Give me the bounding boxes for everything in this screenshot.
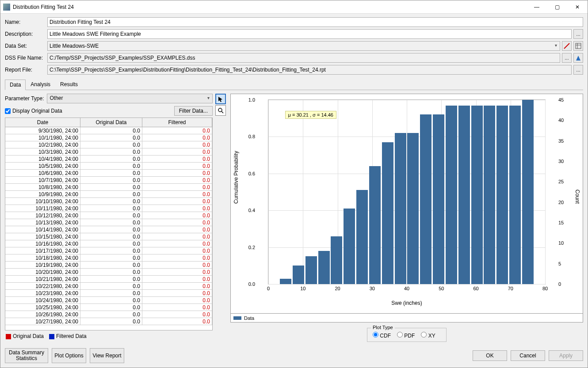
grid-header: Date Original Data Filtered [5,118,212,127]
legend-filtered: Filtered Data [49,333,87,339]
table-row[interactable]: 10/23/1980, 24:000.00.0 [5,290,212,297]
chart-legend: Data [230,314,583,322]
y2-axis-label: Count [574,190,580,204]
app-icon [3,4,10,11]
table-row[interactable]: 10/9/1980, 24:000.00.0 [5,191,212,198]
display-original-label: Display Original Data [12,108,62,114]
filter-data-button[interactable]: Filter Data... [174,106,213,116]
parameter-type-label: Parameter Type: [5,95,44,102]
dssfile-browse-button[interactable]: … [562,53,572,63]
right-panel: Cumulative Probability Count Swe (inches… [230,94,583,342]
chart[interactable]: Cumulative Probability Count Swe (inches… [230,94,583,314]
table-row[interactable]: 10/16/1980, 24:000.00.0 [5,240,212,247]
table-row[interactable]: 10/2/1980, 24:000.00.0 [5,141,212,148]
radio-cdf[interactable]: CDF [373,332,391,339]
plot-type-group: Plot Type CDF PDF XY [367,328,447,342]
table-row[interactable]: 10/27/1980, 24:000.00.0 [5,318,212,325]
table-row[interactable]: 10/19/1980, 24:000.00.0 [5,262,212,269]
dataset-combo[interactable]: Little Meadows-SWE [47,41,560,51]
y-axis-label: Cumulative Probability [233,151,239,204]
tabs: Data Analysis Results [5,79,583,90]
table-row[interactable]: 10/21/1980, 24:000.00.0 [5,276,212,283]
tab-data[interactable]: Data [5,80,26,90]
maximize-button[interactable]: ▢ [547,0,567,14]
table-row[interactable]: 10/10/1980, 24:000.00.0 [5,198,212,205]
svg-line-4 [221,111,223,113]
table-row[interactable]: 10/22/1980, 24:000.00.0 [5,283,212,290]
table-row[interactable]: 10/13/1980, 24:000.00.0 [5,219,212,226]
table-row[interactable]: 10/11/1980, 24:000.00.0 [5,205,212,212]
zoom-tool[interactable] [215,105,226,116]
ok-button[interactable]: OK [473,350,507,361]
description-ellipsis-button[interactable]: … [573,29,583,39]
table-row[interactable]: 10/12/1980, 24:000.00.0 [5,212,212,219]
radio-pdf[interactable]: PDF [397,332,415,339]
dssfile-label: DSS File Name: [5,55,46,61]
description-label: Description: [5,31,46,37]
legend-original: Original Data [6,333,44,339]
titlebar: Distribution Fitting Test 24 — ▢ ✕ [0,0,588,14]
plot-type-label: Plot Type [371,325,395,330]
table-row[interactable]: 10/8/1980, 24:000.00.0 [5,184,212,191]
data-grid: Date Original Data Filtered 9/30/1980, 2… [5,118,213,330]
report-label: Report File: [5,67,46,73]
col-original[interactable]: Original Data [80,118,142,127]
table-row[interactable]: 10/4/1980, 24:000.00.0 [5,156,212,163]
x-axis-label: Swe (inches) [231,300,583,306]
minimize-button[interactable]: — [527,0,547,14]
table-row[interactable]: 10/24/1980, 24:000.00.0 [5,297,212,304]
dssfile-field: C:/Temp/SSP_Projects/SSP_Examples/SSP_EX… [47,53,560,63]
chart-toolcol [215,94,228,342]
table-row[interactable]: 10/18/1980, 24:000.00.0 [5,254,212,262]
footer: Data SummaryStatistics Plot Options View… [0,345,588,368]
table-row[interactable]: 10/3/1980, 24:000.00.0 [5,148,212,156]
pointer-tool[interactable] [215,94,226,104]
legend-data-label: Data [244,315,254,321]
table-row[interactable]: 10/14/1980, 24:000.00.0 [5,226,212,233]
dssfile-icon[interactable] [573,53,583,63]
dataset-label: Data Set: [5,43,46,49]
display-original-checkbox[interactable]: Display Original Data [5,108,172,114]
tab-results[interactable]: Results [55,79,83,90]
window-title: Distribution Fitting Test 24 [13,4,527,10]
table-row[interactable]: 10/20/1980, 24:000.00.0 [5,269,212,276]
parameter-type-combo[interactable]: Other [47,94,213,103]
data-summary-stats-button[interactable]: Data SummaryStatistics [5,348,48,363]
grid-legend: Original Data Filtered Data [5,330,213,342]
col-date[interactable]: Date [5,118,80,127]
table-row[interactable]: 10/7/1980, 24:000.00.0 [5,177,212,184]
name-field[interactable]: Distribution Fitting Test 24 [47,17,583,27]
report-field: C:\Temp\SSP_Projects\SSP_Examples\Distri… [47,65,572,75]
col-filtered[interactable]: Filtered [142,118,212,127]
plot-area: 0.00.20.40.60.81.00510152025303540450102… [257,99,556,285]
form-area: Name: Distribution Fitting Test 24 Descr… [0,14,588,76]
report-browse-button[interactable]: … [573,65,583,75]
display-original-check-input[interactable] [5,108,11,114]
cancel-button[interactable]: Cancel [511,350,545,361]
table-row[interactable]: 10/6/1980, 24:000.00.0 [5,170,212,177]
table-row[interactable]: 10/1/1980, 24:000.00.0 [5,134,212,141]
grid-body[interactable]: 9/30/1980, 24:000.00.010/1/1980, 24:000.… [5,127,212,330]
svg-rect-0 [576,43,581,49]
plot-options-button[interactable]: Plot Options [52,348,86,363]
left-panel: Parameter Type: Other Display Original D… [5,94,213,342]
dataset-table-icon[interactable] [573,41,583,51]
description-field[interactable]: Little Meadows SWE Filtering Example [47,29,572,39]
table-row[interactable]: 10/26/1980, 24:000.00.0 [5,311,212,318]
table-row[interactable]: 10/25/1980, 24:000.00.0 [5,304,212,311]
chart-annotation: μ = 30.21 , σ = 14.46 [285,111,336,119]
tab-analysis[interactable]: Analysis [26,79,55,90]
view-report-button[interactable]: View Report [90,348,124,363]
table-row[interactable]: 9/30/1980, 24:000.00.0 [5,127,212,134]
dataset-plot-icon[interactable] [562,41,572,51]
name-label: Name: [5,19,46,25]
apply-button[interactable]: Apply [549,350,583,361]
radio-xy[interactable]: XY [421,332,435,339]
close-button[interactable]: ✕ [567,0,588,14]
table-row[interactable]: 10/5/1980, 24:000.00.0 [5,163,212,170]
svg-point-3 [218,108,222,112]
legend-bar-swatch [233,316,241,320]
table-row[interactable]: 10/15/1980, 24:000.00.0 [5,233,212,240]
window: Distribution Fitting Test 24 — ▢ ✕ Name:… [0,0,588,368]
table-row[interactable]: 10/17/1980, 24:000.00.0 [5,247,212,254]
